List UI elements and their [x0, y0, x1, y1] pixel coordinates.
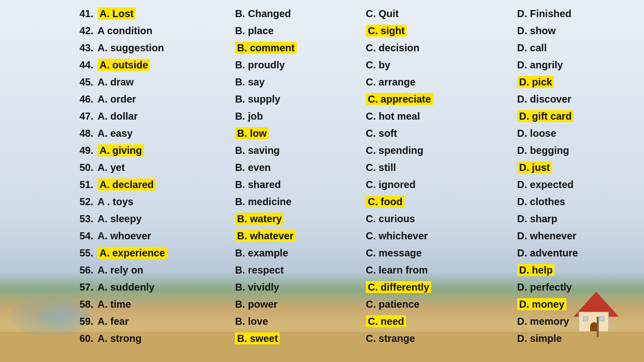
table-row: 55.A. experienceB. exampleC. messageD. a…: [68, 244, 639, 261]
answer-option-d: D. discover: [515, 90, 639, 108]
question-number: 53.: [68, 210, 96, 227]
question-number: 60.: [68, 330, 96, 347]
answer-option-d: D. whenever: [515, 227, 639, 244]
answer-option-c: C. decision: [364, 39, 515, 56]
answer-option-d: D. perfectly: [515, 279, 639, 296]
answer-option-d: D. memory: [515, 313, 639, 330]
highlighted-answer: B. sweet: [235, 332, 280, 344]
answer-option-a: A. fear: [96, 313, 233, 330]
highlighted-answer: A. Lost: [98, 8, 136, 20]
answer-option-b: B. low: [233, 125, 364, 142]
highlighted-answer: C. sight: [366, 25, 407, 37]
highlighted-answer: A. declared: [98, 178, 156, 191]
question-number: 42.: [68, 22, 96, 39]
table-row: 43.A. suggestionB. commentC. decisionD. …: [68, 39, 639, 56]
answer-option-d: D. call: [515, 39, 639, 56]
answer-option-b: B. power: [233, 296, 364, 313]
table-row: 58.A. timeB. powerC. patienceD. money: [68, 296, 639, 313]
question-number: 41.: [68, 5, 96, 22]
table-row: 56.A. rely onB. respectC. learn fromD. h…: [68, 261, 639, 279]
question-number: 56.: [68, 261, 96, 279]
answer-option-a: A. easy: [96, 125, 233, 142]
table-row: 41.A. LostB. ChangedC. QuitD. Finished: [68, 5, 639, 22]
highlighted-answer: B. low: [235, 127, 269, 139]
answer-option-b: B. love: [233, 313, 364, 330]
question-number: 58.: [68, 296, 96, 313]
table-row: 44.A. outsideB. proudlyC. byD. angrily: [68, 56, 639, 73]
highlighted-answer: B. watery: [235, 213, 284, 225]
question-number: 50.: [68, 159, 96, 176]
answer-option-c: C. Quit: [364, 5, 515, 22]
answer-option-a: A. order: [96, 90, 233, 108]
table-row: 59.A. fearB. loveC. needD. memory: [68, 313, 639, 330]
answer-option-a: A. sleepy: [96, 210, 233, 227]
answer-option-d: D. loose: [515, 125, 639, 142]
highlighted-answer: A. experience: [98, 247, 167, 259]
answer-option-c: C. message: [364, 244, 515, 261]
answer-option-d: D. adventure: [515, 244, 639, 261]
table-row: 50.A. yetB. evenC. stillD. just: [68, 159, 639, 176]
highlighted-answer: C. food: [366, 196, 405, 208]
answer-option-d: D. pick: [515, 73, 639, 90]
answer-option-b: B. shared: [233, 176, 364, 193]
table-row: 54.A. whoeverB. whateverC. whicheverD. w…: [68, 227, 639, 244]
highlighted-answer: C. differently: [366, 281, 431, 293]
answer-option-c: C. need: [364, 313, 515, 330]
question-number: 44.: [68, 56, 96, 73]
answer-option-c: C. differently: [364, 279, 515, 296]
answer-option-b: B. whatever: [233, 227, 364, 244]
answer-option-a: A. suggestion: [96, 39, 233, 56]
question-number: 51.: [68, 176, 96, 193]
highlighted-answer: A. giving: [98, 144, 144, 156]
answer-option-a: A. suddenly: [96, 279, 233, 296]
answer-option-b: B. job: [233, 108, 364, 125]
table-row: 49.A. givingB. savingC. spendingD. beggi…: [68, 142, 639, 159]
answer-option-d: D. Finished: [515, 5, 639, 22]
answer-option-d: D. expected: [515, 176, 639, 193]
answer-option-a: A. draw: [96, 73, 233, 90]
table-row: 47.A. dollarB. jobC. hot mealD. gift car…: [68, 108, 639, 125]
question-number: 45.: [68, 73, 96, 90]
answer-option-c: C. sight: [364, 22, 515, 39]
answer-option-a: A. time: [96, 296, 233, 313]
answer-option-d: D. just: [515, 159, 639, 176]
answer-option-d: D. begging: [515, 142, 639, 159]
answer-option-c: C. learn from: [364, 261, 515, 279]
answer-option-b: B. Changed: [233, 5, 364, 22]
answer-option-a: A . toys: [96, 193, 233, 210]
answer-option-c: C. curious: [364, 210, 515, 227]
table-row: 60.A. strongB. sweetC. strangeD. simple: [68, 330, 639, 347]
answer-option-a: A. declared: [96, 176, 233, 193]
answer-option-d: D. angrily: [515, 56, 639, 73]
answer-option-a: A. giving: [96, 142, 233, 159]
question-number: 52.: [68, 193, 96, 210]
answer-option-c: C. hot meal: [364, 108, 515, 125]
answer-option-b: B. supply: [233, 90, 364, 108]
answer-option-c: C. whichever: [364, 227, 515, 244]
highlighted-answer: B. comment: [235, 42, 296, 54]
answer-option-b: B. example: [233, 244, 364, 261]
answer-option-b: B. place: [233, 22, 364, 39]
answer-option-c: C. by: [364, 56, 515, 73]
answer-option-d: D. gift card: [515, 108, 639, 125]
question-number: 49.: [68, 142, 96, 159]
table-row: 42.A conditionB. placeC. sightD. show: [68, 22, 639, 39]
answer-option-d: D. show: [515, 22, 639, 39]
answers-table: 41.A. LostB. ChangedC. QuitD. Finished42…: [68, 5, 639, 347]
answer-option-b: B. even: [233, 159, 364, 176]
table-row: 48.A. easyB. lowC. softD. loose: [68, 125, 639, 142]
answer-option-d: D. money: [515, 296, 639, 313]
answer-option-a: A. experience: [96, 244, 233, 261]
page-title: [0, 0, 60, 362]
answer-option-c: C. still: [364, 159, 515, 176]
answer-option-c: C. ignored: [364, 176, 515, 193]
question-number: 43.: [68, 39, 96, 56]
question-number: 59.: [68, 313, 96, 330]
answer-option-c: C. appreciate: [364, 90, 515, 108]
table-row: 57.A. suddenlyB. vividlyC. differentlyD.…: [68, 279, 639, 296]
table-row: 52.A . toysB. medicineC. foodD. clothes: [68, 193, 639, 210]
question-number: 54.: [68, 227, 96, 244]
table-row: 46.A. orderB. supplyC. appreciateD. disc…: [68, 90, 639, 108]
answer-option-b: B. vividly: [233, 279, 364, 296]
answer-option-b: B. respect: [233, 261, 364, 279]
